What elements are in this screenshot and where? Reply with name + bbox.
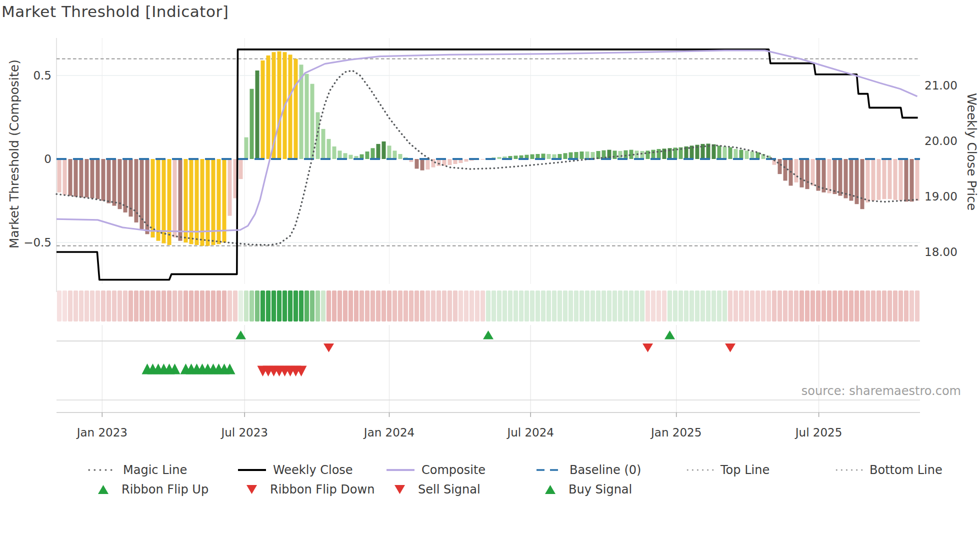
triangle-up-green-icon	[98, 484, 109, 494]
triangle-up-icon	[483, 330, 494, 340]
legend-ribbon-flip-down: Ribbon Flip Down	[246, 482, 374, 497]
legend-top-line: Top Line	[686, 462, 770, 478]
legend-label: Top Line	[720, 463, 770, 477]
right-axis-tick: 21.00	[924, 79, 958, 92]
left-axis-tick: 0	[44, 152, 52, 166]
triangle-down-icon	[642, 344, 653, 352]
legend-ribbon-flip-up: Ribbon Flip Up	[98, 482, 208, 497]
legend-label: Bottom Line	[870, 463, 942, 477]
magic-line-swatch	[88, 468, 116, 472]
histogram-bars	[58, 52, 920, 246]
x-axis-tick: Jul 2025	[794, 426, 842, 439]
triangle-down-red-icon	[394, 484, 406, 494]
legend-label: Ribbon Flip Up	[122, 482, 208, 496]
tick-labels: 0.50−0.521.0020.0019.0018.00Jan 2023Jul …	[24, 69, 958, 439]
trend-ribbon	[57, 290, 920, 322]
x-axis-tick: Jan 2025	[650, 426, 702, 439]
top-line-swatch	[686, 468, 714, 472]
legend-label: Buy Signal	[568, 482, 632, 496]
triangle-down-icon	[324, 344, 334, 352]
signal-panel-axes	[56, 341, 920, 417]
x-axis-tick: Jul 2023	[220, 426, 268, 439]
legend-label: Ribbon Flip Down	[270, 482, 374, 496]
legend-composite: Composite	[386, 462, 486, 478]
legend-magic-line: Magic Line	[88, 462, 187, 478]
weekly-close-swatch	[238, 468, 266, 472]
source-credit: source: sharemaestro.com	[802, 384, 961, 398]
triangle-up-green-icon	[544, 484, 556, 494]
legend-bottom-line: Bottom Line	[835, 462, 942, 478]
right-axis-tick: 19.00	[924, 190, 958, 203]
legend-label: Baseline (0)	[570, 463, 641, 477]
baseline-swatch	[536, 468, 563, 472]
legend-weekly-close: Weekly Close	[238, 462, 353, 478]
right-axis-tick: 18.00	[924, 246, 958, 258]
left-axis-tick: 0.5	[33, 69, 52, 82]
legend-label: Composite	[422, 463, 486, 477]
left-axis-tick: −0.5	[24, 236, 52, 249]
composite-swatch	[386, 468, 415, 472]
triangle-down-icon	[725, 344, 736, 352]
x-axis-tick: Jan 2023	[76, 426, 128, 439]
legend-label: Weekly Close	[273, 463, 353, 477]
right-axis-tick: 20.00	[924, 134, 958, 148]
legend-label: Sell Signal	[418, 482, 480, 496]
legend-label: Magic Line	[123, 463, 187, 477]
x-axis-tick: Jan 2024	[363, 426, 414, 439]
triangle-up-icon	[664, 330, 675, 340]
x-axis-tick: Jul 2024	[506, 426, 554, 439]
legend-baseline: Baseline (0)	[536, 462, 641, 478]
signal-markers	[142, 330, 736, 376]
triangle-down-red-icon	[246, 484, 258, 494]
legend-sell-signal: Sell Signal	[394, 482, 480, 497]
bottom-line-swatch	[835, 468, 863, 472]
legend-buy-signal: Buy Signal	[544, 482, 632, 497]
market-threshold-indicator-page: Market Threshold [Indicator] Market Thre…	[0, 0, 980, 551]
